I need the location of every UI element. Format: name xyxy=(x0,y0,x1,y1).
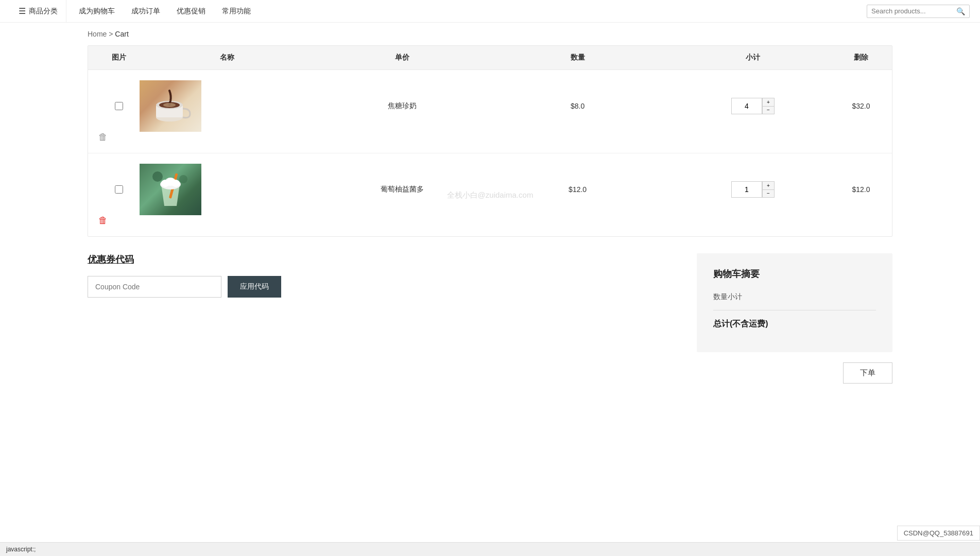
row2-subtotal: $12.0 xyxy=(840,185,882,194)
row2-qty-decrease[interactable]: − xyxy=(762,189,775,198)
header-name: 名称 xyxy=(140,53,315,62)
svg-point-9 xyxy=(165,178,176,186)
coupon-input-row: 应用代码 xyxy=(88,276,676,298)
row2-qty-input[interactable] xyxy=(731,181,762,198)
row1-subtotal: $32.0 xyxy=(840,102,882,110)
coupon-input[interactable] xyxy=(88,276,221,298)
top-nav: ☰ 商品分类 成为购物车 成功订单 优惠促销 常用功能 🔍 xyxy=(0,0,980,23)
header-unit-price: 单价 xyxy=(315,53,490,62)
trash-icon-red: 🗑 xyxy=(98,215,108,226)
trash-icon: 🗑 xyxy=(98,132,108,143)
row2-image-col xyxy=(140,164,315,215)
row2-qty-col: + − xyxy=(665,181,840,198)
summary-subtotal-label: 数量小计 xyxy=(713,292,742,302)
coffee-svg xyxy=(150,85,191,127)
row2-delete-col: 🗑 xyxy=(98,215,140,226)
header-quantity: 数量 xyxy=(490,53,665,62)
nav-link-cart[interactable]: 成为购物车 xyxy=(79,7,115,16)
row1-image-col xyxy=(140,80,315,132)
row1-qty-col: + − xyxy=(665,98,840,114)
search-input[interactable] xyxy=(871,7,953,15)
main-content: 图片 名称 单价 数量 小计 删除 xyxy=(0,45,980,414)
summary-total-label: 总计(不含运费) xyxy=(713,319,768,329)
row2-checkbox-col xyxy=(98,185,140,194)
nav-links: 成为购物车 成功订单 优惠促销 常用功能 xyxy=(66,7,867,16)
breadcrumb-separator: > xyxy=(109,30,113,38)
row1-product-image xyxy=(140,80,201,132)
row2-product-image xyxy=(140,164,201,215)
svg-point-11 xyxy=(179,175,187,183)
row2-qty-control: + − xyxy=(665,181,840,198)
summary-subtotal-row: 数量小计 xyxy=(713,292,876,302)
row1-name: 焦糖珍奶 xyxy=(315,101,490,111)
apply-coupon-button[interactable]: 应用代码 xyxy=(228,276,281,298)
row1-qty-decrease[interactable]: − xyxy=(762,106,775,114)
summary-total-row: 总计(不含运费) xyxy=(713,319,876,329)
row2-checkbox[interactable] xyxy=(115,185,123,194)
header-delete: 删除 xyxy=(840,53,882,62)
row1-checkbox-col xyxy=(98,102,140,110)
search-icon: 🔍 xyxy=(956,7,965,15)
category-menu[interactable]: ☰ 商品分类 xyxy=(10,0,66,22)
coupon-title: 优惠券代码 xyxy=(88,253,676,266)
breadcrumb: Home > Cart xyxy=(0,23,980,45)
nav-link-features[interactable]: 常用功能 xyxy=(222,7,251,16)
search-box[interactable]: 🔍 xyxy=(867,5,970,18)
row2-unit-price: $12.0 xyxy=(490,185,665,194)
nav-link-orders[interactable]: 成功订单 xyxy=(131,7,160,16)
breadcrumb-home[interactable]: Home xyxy=(88,30,107,38)
coupon-section: 优惠券代码 应用代码 购物车摘要 数量小计 总计(不含运费) xyxy=(88,253,892,352)
checkout-row: 下单 xyxy=(88,362,892,394)
cart-table-header: 图片 名称 单价 数量 小计 删除 xyxy=(88,46,892,70)
checkout-button[interactable]: 下单 xyxy=(843,362,892,384)
cart-summary: 购物车摘要 数量小计 总计(不含运费) xyxy=(697,253,892,352)
greentea-svg xyxy=(150,169,191,210)
menu-icon: ☰ xyxy=(19,6,26,16)
row1-qty-input[interactable] xyxy=(731,98,762,114)
summary-title: 购物车摘要 xyxy=(713,268,876,280)
row1-checkbox[interactable] xyxy=(115,102,123,110)
row1-unit-price: $8.0 xyxy=(490,102,665,110)
breadcrumb-current: Cart xyxy=(115,30,128,38)
summary-divider xyxy=(713,310,876,310)
table-row: 全栈小白@zuidaima.com xyxy=(88,153,892,236)
row1-delete-col: 🗑 xyxy=(98,132,140,143)
row1-qty-buttons: + − xyxy=(762,98,775,114)
row2-qty-buttons: + − xyxy=(762,181,775,198)
row1-delete-button[interactable]: 🗑 xyxy=(98,132,108,143)
svg-point-10 xyxy=(152,171,163,182)
row2-delete-button[interactable]: 🗑 xyxy=(98,215,108,226)
svg-point-4 xyxy=(163,103,176,107)
row1-qty-increase[interactable]: + xyxy=(762,98,775,106)
category-label: 商品分类 xyxy=(29,7,58,16)
row2-qty-increase[interactable]: + xyxy=(762,181,775,189)
row1-qty-control: + − xyxy=(665,98,840,114)
nav-link-promo[interactable]: 优惠促销 xyxy=(177,7,205,16)
cart-table: 图片 名称 单价 数量 小计 删除 xyxy=(88,45,892,237)
table-row: 焦糖珍奶 $8.0 + − $32.0 🗑 xyxy=(88,70,892,153)
header-image: 图片 xyxy=(98,53,140,62)
header-subtotal: 小计 xyxy=(665,53,840,62)
coupon-left: 优惠券代码 应用代码 xyxy=(88,253,676,298)
row2-name: 葡萄柚益菌多 xyxy=(315,185,490,194)
